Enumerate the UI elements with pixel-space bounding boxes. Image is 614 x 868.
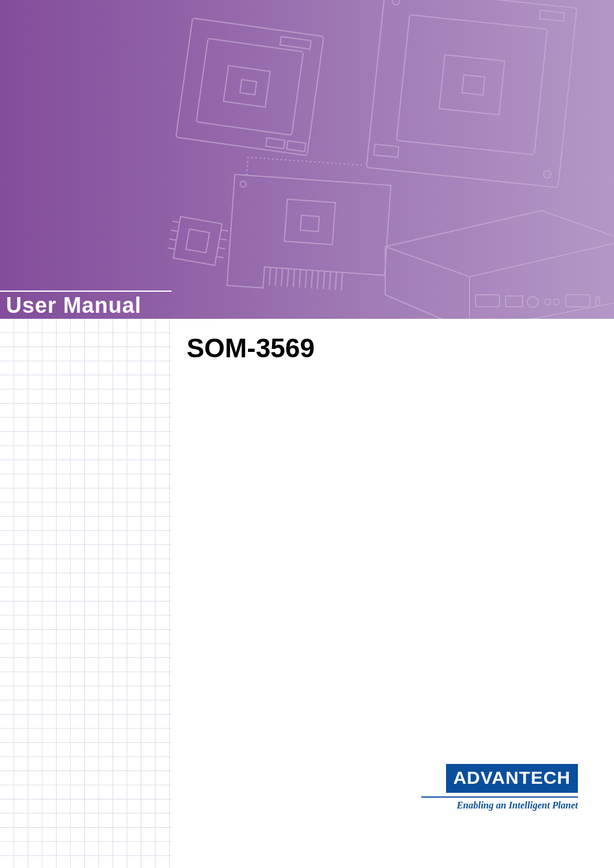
svg-point-22 bbox=[527, 297, 538, 307]
svg-rect-9 bbox=[439, 55, 505, 115]
svg-point-13 bbox=[392, 0, 400, 5]
svg-rect-5 bbox=[266, 138, 285, 149]
section-label-bar: User Manual bbox=[0, 291, 172, 319]
svg-rect-1 bbox=[196, 38, 303, 135]
svg-rect-15 bbox=[284, 199, 335, 244]
svg-rect-0 bbox=[176, 18, 324, 156]
brand-logo: ADVANTECH bbox=[446, 764, 578, 793]
svg-rect-25 bbox=[566, 295, 590, 307]
svg-rect-18 bbox=[173, 217, 222, 265]
brand-tagline: Enabling an Intelligent Planet bbox=[421, 800, 578, 811]
svg-rect-8 bbox=[397, 14, 548, 155]
brand-divider bbox=[421, 796, 578, 798]
svg-point-14 bbox=[543, 170, 551, 178]
cover-page: User Manual SOM-3569 ADVANTECH Enabling … bbox=[0, 0, 614, 868]
hero-banner: User Manual bbox=[0, 0, 614, 319]
svg-rect-3 bbox=[240, 79, 256, 94]
svg-rect-6 bbox=[287, 141, 306, 152]
svg-rect-4 bbox=[280, 37, 311, 49]
svg-rect-21 bbox=[506, 296, 523, 307]
svg-rect-19 bbox=[186, 229, 209, 253]
svg-rect-2 bbox=[223, 66, 270, 107]
svg-rect-11 bbox=[539, 10, 564, 21]
svg-rect-16 bbox=[300, 215, 320, 232]
product-title: SOM-3569 bbox=[187, 333, 315, 363]
grid-background bbox=[0, 319, 172, 868]
svg-point-24 bbox=[553, 299, 559, 305]
brand-block: ADVANTECH Enabling an Intelligent Planet bbox=[421, 764, 578, 811]
svg-rect-12 bbox=[374, 144, 399, 158]
svg-point-17 bbox=[240, 181, 247, 188]
svg-point-23 bbox=[545, 299, 551, 305]
hero-lineart bbox=[0, 0, 614, 319]
svg-rect-20 bbox=[476, 295, 500, 307]
svg-rect-10 bbox=[462, 75, 485, 94]
brand-name: ADVANTECH bbox=[453, 768, 571, 787]
section-label: User Manual bbox=[6, 293, 141, 318]
svg-rect-26 bbox=[596, 297, 600, 306]
